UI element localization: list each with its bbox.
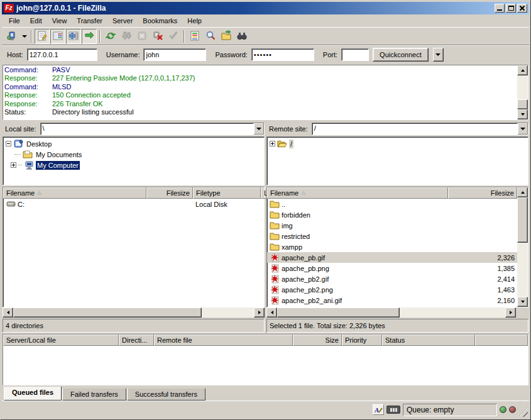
column-header-filetype[interactable]: Filetype xyxy=(193,187,261,199)
toggle-log-button[interactable] xyxy=(35,29,50,44)
cancel-button[interactable] xyxy=(134,29,150,44)
ascii-transfer-type-icon[interactable]: A xyxy=(373,404,384,415)
refresh-button[interactable] xyxy=(103,29,118,44)
quickconnect-button[interactable]: Quickconnect xyxy=(373,48,429,62)
remote-site-dropdown[interactable] xyxy=(517,123,528,135)
tree-item-desktop[interactable]: Desktop xyxy=(3,138,264,149)
window-title: john@127.0.0.1 - FileZilla xyxy=(16,4,492,13)
tree-item-my-computer[interactable]: My Computer xyxy=(3,160,264,170)
remote-vertical-scrollbar[interactable] xyxy=(517,187,528,307)
toggle-local-tree-button[interactable] xyxy=(50,29,65,44)
local-horizontal-scrollbar[interactable] xyxy=(3,307,265,318)
reconnect-button[interactable] xyxy=(166,29,181,44)
disconnect-button[interactable] xyxy=(150,29,165,44)
menu-help[interactable]: Help xyxy=(183,16,206,26)
file-row[interactable]: apache_pb2_ani.gif 2,160 xyxy=(267,295,517,306)
maximize-button[interactable] xyxy=(506,4,516,13)
log-line-text: Directory listing successful xyxy=(52,108,134,116)
remote-site-value[interactable]: / xyxy=(312,123,517,135)
column-header-remote-file[interactable]: Remote file xyxy=(154,334,293,346)
column-header-status[interactable]: Status xyxy=(382,334,475,346)
scrollbar-thumb[interactable] xyxy=(517,197,528,243)
scroll-left-button[interactable] xyxy=(3,307,13,318)
expand-icon[interactable] xyxy=(11,162,16,168)
tab-successful-transfers[interactable]: Successful transfers xyxy=(127,389,205,401)
filter-button[interactable] xyxy=(187,29,202,44)
synchronized-browsing-button[interactable] xyxy=(234,29,249,44)
file-row-selected[interactable]: apache_pb.gif 2,326 xyxy=(267,252,517,263)
local-site-value[interactable]: \ xyxy=(41,123,253,135)
expand-icon[interactable] xyxy=(270,141,275,146)
menu-file[interactable]: File xyxy=(4,16,25,26)
column-header-filename[interactable]: Filename xyxy=(3,187,146,199)
username-input[interactable] xyxy=(143,48,206,61)
tab-queued-files[interactable]: Queued files xyxy=(4,387,62,401)
host-input[interactable] xyxy=(27,48,97,61)
title-bar[interactable]: Fz john@127.0.0.1 - FileZilla xyxy=(2,2,529,14)
quickconnect-dropdown[interactable] xyxy=(433,48,444,62)
close-button[interactable] xyxy=(517,4,527,13)
column-header-server-local-file[interactable]: Server/Local file xyxy=(3,334,119,346)
log-line-label: Status: xyxy=(4,108,52,116)
process-queue-button[interactable] xyxy=(119,29,134,44)
tree-item-my-documents[interactable]: My Documents xyxy=(3,149,264,160)
minimize-button[interactable] xyxy=(495,4,505,13)
file-row[interactable]: apache_pb.png 1,385 xyxy=(267,263,517,274)
file-row[interactable]: xampp xyxy=(267,241,517,252)
directory-comparison-button[interactable] xyxy=(219,29,234,44)
column-header-filesize[interactable]: Filesize xyxy=(146,187,193,199)
port-input[interactable] xyxy=(341,48,369,61)
tree-item-root[interactable]: / xyxy=(267,138,528,149)
menu-bar: File Edit View Transfer Server Bookmarks… xyxy=(2,14,529,27)
tab-failed-transfers[interactable]: Failed transfers xyxy=(62,389,126,401)
tree-item-label[interactable]: My Computer xyxy=(36,161,80,170)
tree-item-label[interactable]: Desktop xyxy=(25,140,53,148)
find-button[interactable] xyxy=(203,29,218,44)
scroll-up-button[interactable] xyxy=(517,187,528,197)
file-row[interactable]: restricted xyxy=(267,231,517,241)
menu-server[interactable]: Server xyxy=(108,16,137,26)
toggle-queue-button[interactable] xyxy=(82,29,97,44)
file-row[interactable]: apache_pb2.png 1,463 xyxy=(267,284,517,295)
file-row[interactable]: forbidden xyxy=(267,209,517,220)
file-row[interactable]: .. xyxy=(267,199,517,209)
local-site-combobox[interactable]: \ xyxy=(40,123,265,135)
tree-item-label[interactable]: / xyxy=(289,140,293,148)
column-header-size[interactable]: Size xyxy=(293,334,342,346)
column-header-direction[interactable]: Directi... xyxy=(119,334,154,346)
remote-horizontal-scrollbar[interactable] xyxy=(266,307,516,318)
local-site-dropdown[interactable] xyxy=(253,123,264,135)
queue-list-body[interactable] xyxy=(3,346,528,385)
scrollbar-thumb[interactable] xyxy=(13,307,202,318)
column-header-priority[interactable]: Priority xyxy=(342,334,382,346)
scroll-right-button[interactable] xyxy=(254,307,265,318)
log-scrollbar[interactable] xyxy=(517,65,528,119)
remote-site-combobox[interactable]: / xyxy=(312,123,528,135)
scroll-down-button[interactable] xyxy=(517,297,528,307)
remote-list-body[interactable]: .. forbidden img restricted xyxy=(267,199,517,307)
column-header-filename[interactable]: Filename xyxy=(267,187,448,199)
file-row-c-drive[interactable]: C: Local Disk xyxy=(3,199,264,209)
scroll-right-button[interactable] xyxy=(505,307,516,318)
menu-edit[interactable]: Edit xyxy=(26,16,47,26)
column-header-filesize[interactable]: Filesize xyxy=(448,187,517,199)
toggle-remote-tree-button[interactable] xyxy=(66,29,81,44)
speed-limit-icon[interactable] xyxy=(386,406,400,414)
scroll-down-button[interactable] xyxy=(517,109,528,119)
tree-item-label[interactable]: My Documents xyxy=(35,150,83,159)
menu-bookmarks[interactable]: Bookmarks xyxy=(138,16,182,26)
scrollbar-thumb[interactable] xyxy=(517,99,528,109)
scrollbar-thumb[interactable] xyxy=(277,307,400,318)
local-list-body[interactable]: C: Local Disk xyxy=(3,199,264,307)
collapse-icon[interactable] xyxy=(6,141,11,146)
menu-view[interactable]: View xyxy=(48,16,72,26)
resize-grip[interactable] xyxy=(518,407,528,417)
password-input[interactable] xyxy=(251,48,314,61)
file-row[interactable]: img xyxy=(267,220,517,231)
scroll-up-button[interactable] xyxy=(517,65,528,75)
menu-transfer[interactable]: Transfer xyxy=(72,16,107,26)
site-manager-button[interactable] xyxy=(4,29,19,44)
scroll-left-button[interactable] xyxy=(266,307,277,318)
file-row[interactable]: apache_pb2.gif 2,414 xyxy=(267,274,517,284)
site-manager-dropdown[interactable] xyxy=(20,29,28,44)
